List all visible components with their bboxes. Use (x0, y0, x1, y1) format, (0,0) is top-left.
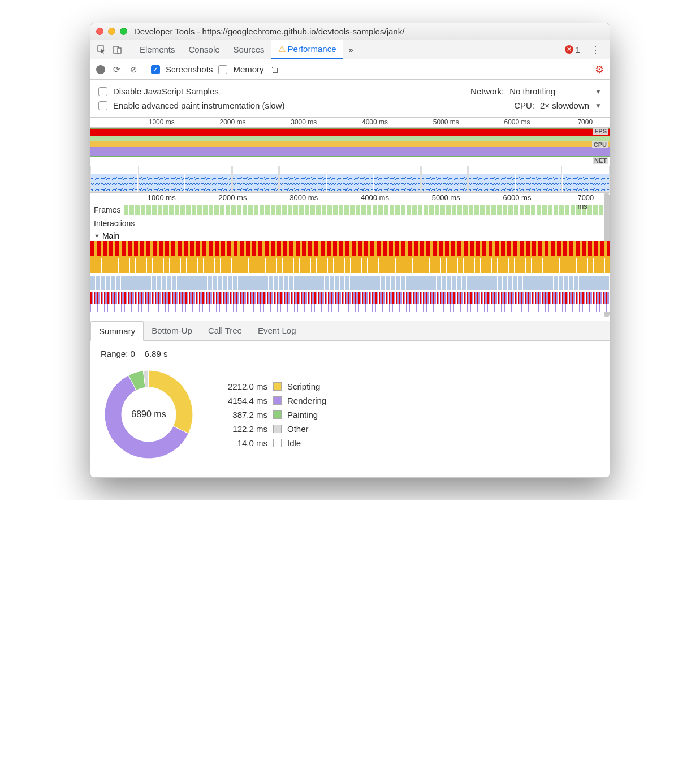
legend-value: 4154.4 ms (214, 396, 267, 405)
ruler-tick: 3000 ms (291, 118, 317, 126)
frames-strip[interactable] (124, 205, 610, 215)
summary-tabs: Summary Bottom-Up Call Tree Event Log (90, 321, 610, 341)
screenshot-thumb[interactable] (563, 166, 610, 192)
tab-elements[interactable]: Elements (133, 40, 182, 59)
main-tabs: Elements Console Sources ⚠ Performance »… (90, 40, 610, 59)
paint-instrumentation-checkbox[interactable] (98, 101, 107, 110)
fps-green-track[interactable] (90, 136, 610, 141)
warning-icon: ⚠ (278, 44, 286, 54)
record-button[interactable] (96, 65, 105, 74)
screenshots-label: Screenshots (166, 64, 213, 74)
donut-total: 6890 ms (101, 366, 197, 463)
legend-swatch (273, 396, 282, 405)
separator (145, 64, 145, 75)
screenshot-thumb[interactable] (279, 166, 326, 192)
ruler-tick: 3000 ms (289, 193, 318, 202)
maximize-icon[interactable] (120, 28, 127, 35)
inspect-icon[interactable] (94, 45, 110, 54)
ruler-tick: 2000 ms (219, 193, 247, 202)
screenshot-thumb[interactable] (421, 166, 468, 192)
fps-label: FPS (593, 128, 608, 135)
tab-console[interactable]: Console (182, 40, 227, 59)
tab-sources[interactable]: Sources (227, 40, 271, 59)
error-count-badge[interactable]: ✕ 1 (560, 45, 585, 54)
fps-track[interactable]: FPS (90, 128, 610, 136)
kebab-menu-icon[interactable]: ⋮ (585, 44, 606, 56)
tab-label: Performance (288, 44, 336, 54)
detail-ruler[interactable]: 1000 ms2000 ms3000 ms4000 ms5000 ms6000 … (90, 193, 610, 203)
memory-checkbox[interactable] (218, 65, 227, 74)
summary-legend: 2212.0 msScripting4154.4 msRendering387.… (214, 382, 326, 448)
net-track[interactable]: NET (90, 157, 610, 165)
trash-icon[interactable]: 🗑 (270, 64, 281, 75)
screenshot-thumb[interactable] (516, 166, 563, 192)
screenshot-thumb[interactable] (374, 166, 421, 192)
legend-value: 122.2 ms (214, 424, 267, 434)
network-dropdown[interactable]: No throttling (509, 87, 555, 96)
paint-instrumentation-label: Enable advanced paint instrumentation (s… (113, 101, 285, 110)
device-toggle-icon[interactable] (110, 45, 126, 54)
traffic-lights (96, 28, 127, 35)
screenshots-checkbox[interactable]: ✓ (151, 65, 160, 74)
close-icon[interactable] (96, 28, 103, 35)
screenshot-filmstrip[interactable] (90, 165, 610, 192)
ruler-tick: 7000 ms (577, 193, 599, 210)
ruler-tick: 6000 ms (504, 118, 530, 126)
window-title: Developer Tools - https://googlechrome.g… (134, 27, 604, 36)
tab-call-tree[interactable]: Call Tree (200, 321, 250, 340)
flame-chart[interactable] (90, 241, 610, 321)
main-thread-header[interactable]: ▼ Main (90, 230, 610, 241)
interactions-lane[interactable]: Interactions (90, 217, 610, 230)
screenshot-thumb[interactable] (90, 166, 137, 192)
frames-lane[interactable]: Frames (90, 203, 610, 217)
legend-label: Other (287, 424, 309, 434)
ruler-tick: 4000 ms (361, 193, 389, 202)
disable-js-label: Disable JavaScript Samples (113, 87, 219, 96)
screenshot-thumb[interactable] (327, 166, 374, 192)
legend-value: 14.0 ms (214, 438, 267, 448)
tab-event-log[interactable]: Event Log (250, 321, 304, 340)
legend-swatch (273, 439, 282, 447)
screenshot-thumb[interactable] (232, 166, 279, 192)
separator (438, 64, 438, 75)
screenshot-thumb[interactable] (468, 166, 515, 192)
disable-js-checkbox[interactable] (98, 87, 107, 96)
error-count: 1 (576, 45, 580, 54)
overview-ruler[interactable]: 1000 ms2000 ms3000 ms4000 ms5000 ms6000 … (90, 118, 610, 128)
overview-timeline[interactable]: 1000 ms2000 ms3000 ms4000 ms5000 ms6000 … (90, 118, 610, 193)
title-bar: Developer Tools - https://googlechrome.g… (90, 23, 610, 40)
svg-rect-2 (118, 48, 121, 53)
interactions-label: Interactions (90, 218, 138, 229)
perf-toolbar: ⟳ ⊘ ✓ Screenshots Memory 🗑 ⚙ (90, 59, 610, 80)
range-label: Range: 0 – 6.89 s (101, 349, 599, 358)
more-tabs-icon[interactable]: » (343, 45, 358, 54)
reload-icon[interactable]: ⟳ (111, 64, 122, 75)
tab-bottom-up[interactable]: Bottom-Up (144, 321, 200, 340)
legend-value: 2212.0 ms (214, 382, 267, 391)
legend-label: Painting (287, 410, 318, 420)
settings-gear-icon[interactable]: ⚙ (595, 63, 604, 76)
minimize-icon[interactable] (108, 28, 115, 35)
screenshot-thumb[interactable] (185, 166, 232, 192)
legend-row: 122.2 msOther (214, 424, 326, 434)
cpu-label: CPU: (514, 101, 534, 110)
tab-summary[interactable]: Summary (90, 321, 144, 341)
legend-label: Scripting (287, 382, 320, 391)
cpu-track[interactable]: CPU (90, 141, 610, 157)
ruler-tick: 2000 ms (219, 118, 245, 126)
cpu-dropdown[interactable]: 2× slowdown (540, 101, 589, 110)
net-label: NET (593, 157, 608, 164)
clear-icon[interactable]: ⊘ (128, 64, 139, 75)
legend-swatch (273, 410, 282, 419)
screenshot-thumb[interactable] (138, 166, 185, 192)
legend-swatch (273, 382, 282, 391)
legend-value: 387.2 ms (214, 410, 267, 420)
tab-performance[interactable]: ⚠ Performance (271, 40, 343, 59)
ruler-tick: 1000 ms (148, 193, 176, 202)
legend-row: 4154.4 msRendering (214, 396, 326, 405)
capture-options: Disable JavaScript Samples Network: No t… (90, 80, 610, 118)
network-label: Network: (470, 87, 504, 96)
ruler-tick: 1000 ms (149, 118, 175, 126)
separator (129, 44, 129, 55)
chevron-down-icon: ▼ (595, 102, 602, 110)
